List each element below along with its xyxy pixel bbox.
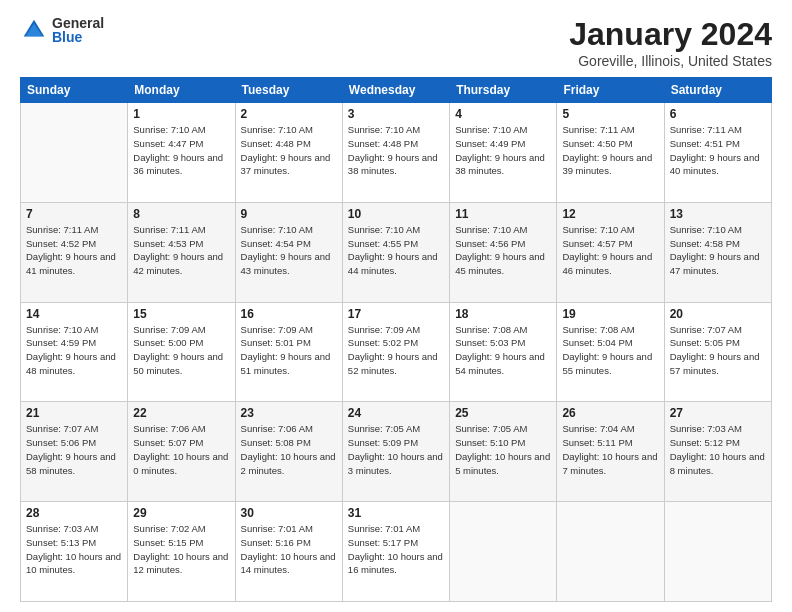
- calendar-cell: 12Sunrise: 7:10 AMSunset: 4:57 PMDayligh…: [557, 202, 664, 302]
- day-info: Sunrise: 7:06 AMSunset: 5:08 PMDaylight:…: [241, 422, 337, 477]
- calendar-cell: 31Sunrise: 7:01 AMSunset: 5:17 PMDayligh…: [342, 502, 449, 602]
- calendar-table: Sunday Monday Tuesday Wednesday Thursday…: [20, 77, 772, 602]
- day-number: 16: [241, 307, 337, 321]
- day-number: 30: [241, 506, 337, 520]
- day-number: 13: [670, 207, 766, 221]
- calendar-cell: 30Sunrise: 7:01 AMSunset: 5:16 PMDayligh…: [235, 502, 342, 602]
- day-number: 17: [348, 307, 444, 321]
- day-info: Sunrise: 7:03 AMSunset: 5:13 PMDaylight:…: [26, 522, 122, 577]
- day-info: Sunrise: 7:10 AMSunset: 4:59 PMDaylight:…: [26, 323, 122, 378]
- calendar-week-row-2: 7Sunrise: 7:11 AMSunset: 4:52 PMDaylight…: [21, 202, 772, 302]
- calendar-week-row-5: 28Sunrise: 7:03 AMSunset: 5:13 PMDayligh…: [21, 502, 772, 602]
- calendar-cell: 15Sunrise: 7:09 AMSunset: 5:00 PMDayligh…: [128, 302, 235, 402]
- day-number: 1: [133, 107, 229, 121]
- col-sunday: Sunday: [21, 78, 128, 103]
- calendar-cell: 27Sunrise: 7:03 AMSunset: 5:12 PMDayligh…: [664, 402, 771, 502]
- logo: General Blue: [20, 16, 104, 44]
- day-info: Sunrise: 7:10 AMSunset: 4:47 PMDaylight:…: [133, 123, 229, 178]
- day-number: 22: [133, 406, 229, 420]
- calendar-cell: 14Sunrise: 7:10 AMSunset: 4:59 PMDayligh…: [21, 302, 128, 402]
- logo-text: General Blue: [52, 16, 104, 44]
- day-number: 26: [562, 406, 658, 420]
- day-number: 23: [241, 406, 337, 420]
- calendar-cell: 24Sunrise: 7:05 AMSunset: 5:09 PMDayligh…: [342, 402, 449, 502]
- day-info: Sunrise: 7:04 AMSunset: 5:11 PMDaylight:…: [562, 422, 658, 477]
- day-info: Sunrise: 7:11 AMSunset: 4:51 PMDaylight:…: [670, 123, 766, 178]
- page: General Blue January 2024 Goreville, Ill…: [0, 0, 792, 612]
- calendar-location: Goreville, Illinois, United States: [569, 53, 772, 69]
- calendar-cell: 9Sunrise: 7:10 AMSunset: 4:54 PMDaylight…: [235, 202, 342, 302]
- day-number: 4: [455, 107, 551, 121]
- calendar-header-row: Sunday Monday Tuesday Wednesday Thursday…: [21, 78, 772, 103]
- col-saturday: Saturday: [664, 78, 771, 103]
- day-info: Sunrise: 7:03 AMSunset: 5:12 PMDaylight:…: [670, 422, 766, 477]
- day-number: 28: [26, 506, 122, 520]
- day-info: Sunrise: 7:01 AMSunset: 5:16 PMDaylight:…: [241, 522, 337, 577]
- calendar-cell: 16Sunrise: 7:09 AMSunset: 5:01 PMDayligh…: [235, 302, 342, 402]
- calendar-week-row-3: 14Sunrise: 7:10 AMSunset: 4:59 PMDayligh…: [21, 302, 772, 402]
- logo-general-text: General: [52, 16, 104, 30]
- day-info: Sunrise: 7:10 AMSunset: 4:58 PMDaylight:…: [670, 223, 766, 278]
- calendar-week-row-4: 21Sunrise: 7:07 AMSunset: 5:06 PMDayligh…: [21, 402, 772, 502]
- calendar-cell: 11Sunrise: 7:10 AMSunset: 4:56 PMDayligh…: [450, 202, 557, 302]
- calendar-cell: 1Sunrise: 7:10 AMSunset: 4:47 PMDaylight…: [128, 103, 235, 203]
- day-info: Sunrise: 7:10 AMSunset: 4:48 PMDaylight:…: [348, 123, 444, 178]
- day-info: Sunrise: 7:11 AMSunset: 4:50 PMDaylight:…: [562, 123, 658, 178]
- day-info: Sunrise: 7:10 AMSunset: 4:54 PMDaylight:…: [241, 223, 337, 278]
- day-number: 15: [133, 307, 229, 321]
- day-number: 5: [562, 107, 658, 121]
- day-number: 10: [348, 207, 444, 221]
- calendar-cell: 25Sunrise: 7:05 AMSunset: 5:10 PMDayligh…: [450, 402, 557, 502]
- calendar-cell: 26Sunrise: 7:04 AMSunset: 5:11 PMDayligh…: [557, 402, 664, 502]
- day-number: 12: [562, 207, 658, 221]
- day-number: 21: [26, 406, 122, 420]
- calendar-cell: 4Sunrise: 7:10 AMSunset: 4:49 PMDaylight…: [450, 103, 557, 203]
- calendar-cell: 18Sunrise: 7:08 AMSunset: 5:03 PMDayligh…: [450, 302, 557, 402]
- day-info: Sunrise: 7:09 AMSunset: 5:01 PMDaylight:…: [241, 323, 337, 378]
- day-number: 24: [348, 406, 444, 420]
- calendar-cell: 28Sunrise: 7:03 AMSunset: 5:13 PMDayligh…: [21, 502, 128, 602]
- title-block: January 2024 Goreville, Illinois, United…: [569, 16, 772, 69]
- calendar-cell: [664, 502, 771, 602]
- col-friday: Friday: [557, 78, 664, 103]
- calendar-cell: 2Sunrise: 7:10 AMSunset: 4:48 PMDaylight…: [235, 103, 342, 203]
- day-info: Sunrise: 7:10 AMSunset: 4:56 PMDaylight:…: [455, 223, 551, 278]
- calendar-cell: 17Sunrise: 7:09 AMSunset: 5:02 PMDayligh…: [342, 302, 449, 402]
- logo-icon: [20, 16, 48, 44]
- day-number: 27: [670, 406, 766, 420]
- col-monday: Monday: [128, 78, 235, 103]
- col-tuesday: Tuesday: [235, 78, 342, 103]
- calendar-cell: 29Sunrise: 7:02 AMSunset: 5:15 PMDayligh…: [128, 502, 235, 602]
- day-info: Sunrise: 7:06 AMSunset: 5:07 PMDaylight:…: [133, 422, 229, 477]
- day-info: Sunrise: 7:08 AMSunset: 5:04 PMDaylight:…: [562, 323, 658, 378]
- day-number: 29: [133, 506, 229, 520]
- calendar-cell: [450, 502, 557, 602]
- day-number: 7: [26, 207, 122, 221]
- day-number: 20: [670, 307, 766, 321]
- calendar-cell: 6Sunrise: 7:11 AMSunset: 4:51 PMDaylight…: [664, 103, 771, 203]
- calendar-title: January 2024: [569, 16, 772, 53]
- day-info: Sunrise: 7:09 AMSunset: 5:00 PMDaylight:…: [133, 323, 229, 378]
- calendar-cell: 10Sunrise: 7:10 AMSunset: 4:55 PMDayligh…: [342, 202, 449, 302]
- day-info: Sunrise: 7:07 AMSunset: 5:06 PMDaylight:…: [26, 422, 122, 477]
- day-info: Sunrise: 7:01 AMSunset: 5:17 PMDaylight:…: [348, 522, 444, 577]
- calendar-cell: 19Sunrise: 7:08 AMSunset: 5:04 PMDayligh…: [557, 302, 664, 402]
- day-number: 6: [670, 107, 766, 121]
- day-info: Sunrise: 7:10 AMSunset: 4:57 PMDaylight:…: [562, 223, 658, 278]
- calendar-cell: 5Sunrise: 7:11 AMSunset: 4:50 PMDaylight…: [557, 103, 664, 203]
- day-number: 19: [562, 307, 658, 321]
- day-info: Sunrise: 7:10 AMSunset: 4:48 PMDaylight:…: [241, 123, 337, 178]
- col-thursday: Thursday: [450, 78, 557, 103]
- day-info: Sunrise: 7:07 AMSunset: 5:05 PMDaylight:…: [670, 323, 766, 378]
- calendar-week-row-1: 1Sunrise: 7:10 AMSunset: 4:47 PMDaylight…: [21, 103, 772, 203]
- calendar-cell: 13Sunrise: 7:10 AMSunset: 4:58 PMDayligh…: [664, 202, 771, 302]
- header: General Blue January 2024 Goreville, Ill…: [20, 16, 772, 69]
- day-info: Sunrise: 7:02 AMSunset: 5:15 PMDaylight:…: [133, 522, 229, 577]
- col-wednesday: Wednesday: [342, 78, 449, 103]
- calendar-cell: [21, 103, 128, 203]
- day-number: 9: [241, 207, 337, 221]
- day-number: 14: [26, 307, 122, 321]
- day-info: Sunrise: 7:09 AMSunset: 5:02 PMDaylight:…: [348, 323, 444, 378]
- day-info: Sunrise: 7:10 AMSunset: 4:49 PMDaylight:…: [455, 123, 551, 178]
- calendar-cell: 20Sunrise: 7:07 AMSunset: 5:05 PMDayligh…: [664, 302, 771, 402]
